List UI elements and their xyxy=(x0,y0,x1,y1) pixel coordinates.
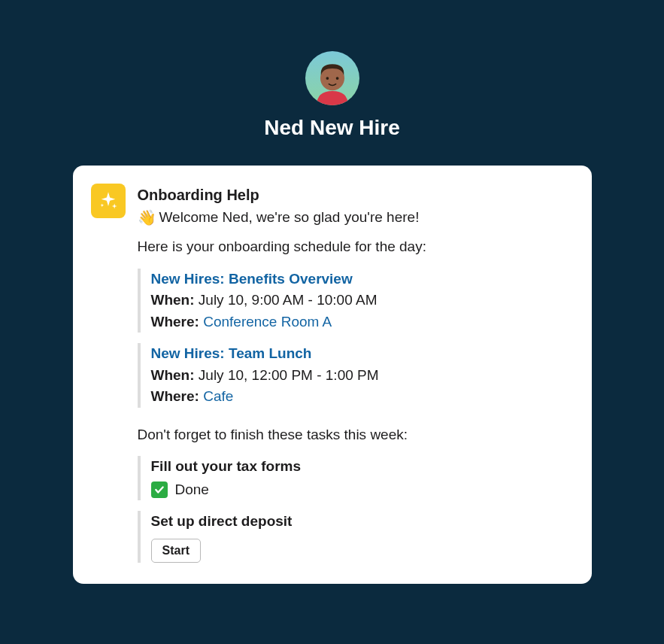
welcome-line: 👋 Welcome Ned, we're so glad you're here… xyxy=(138,206,571,229)
event-block: New Hires: Benefits Overview When: July … xyxy=(138,269,571,333)
when-label: When: xyxy=(151,367,195,383)
svg-point-2 xyxy=(335,77,338,80)
message-card: Onboarding Help 👋 Welcome Ned, we're so … xyxy=(73,166,592,584)
sparkles-app-icon xyxy=(91,184,126,218)
schedule-intro: Here is your onboarding schedule for the… xyxy=(138,236,571,258)
tasks-intro: Don't forget to finish these tasks this … xyxy=(138,424,571,446)
task-status: Done xyxy=(151,479,571,501)
event-title-link[interactable]: New Hires: Benefits Overview xyxy=(151,269,571,290)
where-label: Where: xyxy=(151,388,199,404)
task-block: Set up direct deposit Start xyxy=(138,511,571,563)
task-block: Fill out your tax forms Done xyxy=(138,456,571,500)
start-button[interactable]: Start xyxy=(151,539,201,563)
where-link[interactable]: Cafe xyxy=(203,388,233,404)
svg-point-1 xyxy=(326,77,329,80)
user-avatar xyxy=(305,51,359,105)
checkmark-icon xyxy=(151,481,168,498)
when-label: When: xyxy=(151,292,195,308)
app-title: Onboarding Help xyxy=(138,184,571,206)
message-content: Onboarding Help 👋 Welcome Ned, we're so … xyxy=(138,184,571,563)
wave-emoji: 👋 xyxy=(138,206,156,229)
when-value: July 10, 12:00 PM - 1:00 PM xyxy=(199,367,379,383)
task-title: Fill out your tax forms xyxy=(151,456,571,478)
event-where: Where: Cafe xyxy=(151,386,571,408)
task-title: Set up direct deposit xyxy=(151,511,571,533)
event-when: When: July 10, 9:00 AM - 10:00 AM xyxy=(151,290,571,311)
where-label: Where: xyxy=(151,314,199,330)
where-link[interactable]: Conference Room A xyxy=(203,314,332,330)
user-name: Ned New Hire xyxy=(264,116,400,140)
when-value: July 10, 9:00 AM - 10:00 AM xyxy=(199,292,377,308)
event-block: New Hires: Team Lunch When: July 10, 12:… xyxy=(138,343,571,408)
welcome-text: Welcome Ned, we're so glad you're here! xyxy=(159,207,420,229)
event-when: When: July 10, 12:00 PM - 1:00 PM xyxy=(151,365,571,387)
event-title-link[interactable]: New Hires: Team Lunch xyxy=(151,343,571,365)
event-where: Where: Conference Room A xyxy=(151,311,571,333)
task-status-text: Done xyxy=(175,479,209,501)
